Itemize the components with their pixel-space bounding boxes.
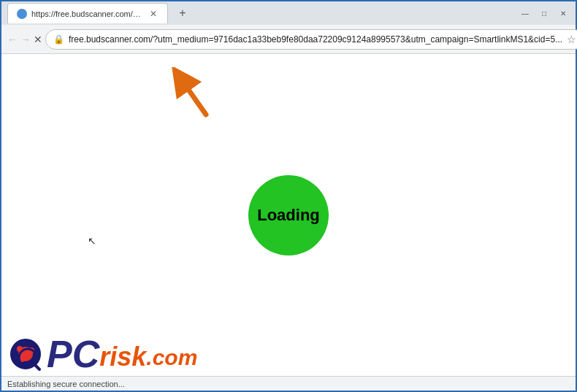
- browser-tab[interactable]: https://free.budscanner.com/?ut... ✕: [7, 3, 168, 23]
- toolbar: ← → ✕ 🔒 free.budscanner.com/?utm_medium=…: [1, 25, 576, 54]
- annotation-arrow: [166, 67, 224, 126]
- close-button[interactable]: ✕: [557, 7, 570, 19]
- status-text: Establishing secure connection...: [7, 380, 125, 388]
- tab-title: https://free.budscanner.com/?ut...: [31, 9, 144, 18]
- logo-dotcom: .com: [146, 345, 197, 373]
- window-controls: — □ ✕: [519, 7, 570, 19]
- logo-risk: risk: [99, 344, 146, 373]
- page-content: ↖ Loading PC risk .com: [1, 54, 576, 376]
- address-bar[interactable]: 🔒 free.budscanner.com/?utm_medium=9716da…: [45, 29, 577, 50]
- tab-close-button[interactable]: ✕: [148, 7, 158, 20]
- status-bar: Establishing secure connection...: [1, 376, 576, 391]
- url-text: free.budscanner.com/?utm_medium=9716dac1…: [69, 34, 562, 45]
- lock-icon: 🔒: [53, 34, 64, 45]
- minimize-button[interactable]: —: [519, 7, 532, 19]
- reload-button[interactable]: ✕: [34, 29, 42, 50]
- loading-text: Loading: [257, 206, 320, 225]
- loading-indicator: Loading: [248, 175, 329, 255]
- browser-window: https://free.budscanner.com/?ut... ✕ + —…: [0, 0, 577, 392]
- reload-icon: ✕: [34, 34, 42, 45]
- back-button[interactable]: ←: [7, 29, 18, 50]
- title-bar: https://free.budscanner.com/?ut... ✕ + —…: [1, 1, 576, 25]
- maximize-button[interactable]: □: [538, 7, 551, 19]
- pcrisk-logo-icon: [7, 336, 44, 372]
- bookmark-icon[interactable]: ☆: [567, 34, 576, 45]
- tab-favicon: [17, 9, 27, 19]
- pcrisk-logo-text: PC risk .com: [47, 335, 197, 373]
- forward-icon: →: [20, 34, 31, 45]
- logo-pc: PC: [47, 335, 99, 373]
- back-icon: ←: [7, 34, 18, 45]
- pcrisk-watermark: PC risk .com: [1, 332, 203, 376]
- new-tab-button[interactable]: +: [172, 3, 193, 23]
- svg-line-1: [180, 78, 206, 115]
- forward-button[interactable]: →: [20, 29, 31, 50]
- mouse-cursor: ↖: [88, 235, 96, 247]
